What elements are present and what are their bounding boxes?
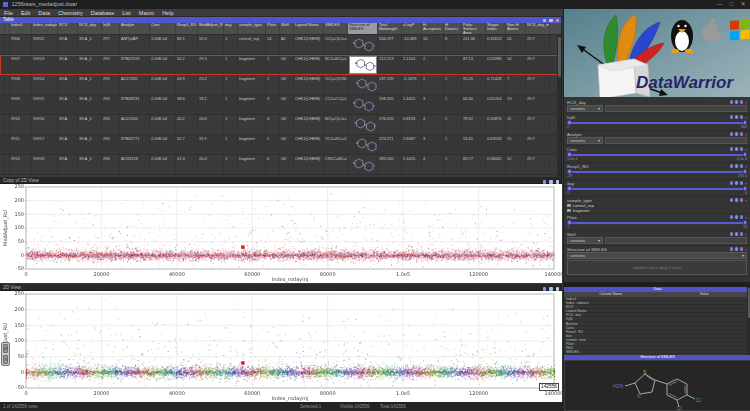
table-row[interactable]: 99075991339.A39.A_12918TB070192.00E-0450… <box>0 55 561 75</box>
column-header-sample-type[interactable]: sample_type <box>238 23 266 34</box>
column-header-resp1-ru[interactable]: Resp1_RU <box>176 23 198 34</box>
menu-edit[interactable]: Edit <box>17 9 34 17</box>
menu-chemistry[interactable]: Chemistry <box>54 9 87 17</box>
filter-close-icon[interactable]: × <box>745 233 747 236</box>
plot2-close-icon[interactable] <box>556 287 560 291</box>
marker-size-slider[interactable]: 4876 <box>1 342 10 366</box>
filter-text-input[interactable] <box>605 137 747 144</box>
filter-settings-icon[interactable] <box>740 132 744 136</box>
column-header-h-donors[interactable]: H-Donors <box>444 23 462 34</box>
filter-invert-icon[interactable] <box>735 147 739 151</box>
menu-list[interactable]: List <box>118 9 135 17</box>
filter-animate-icon[interactable] <box>730 100 734 104</box>
checkbox-icon[interactable]: ✓ <box>567 204 571 208</box>
column-header-rcx-day-medians[interactable]: RCX_day_medians <box>526 23 550 34</box>
table-vertical-scrollbar[interactable] <box>557 35 561 177</box>
slider-handle-max[interactable] <box>743 120 748 125</box>
filter-operator-dropdown[interactable]: contains▾ <box>567 105 603 112</box>
column-header-smiles[interactable]: SMILES <box>324 23 348 34</box>
filter-close-icon[interactable]: × <box>745 133 747 136</box>
filter-slider[interactable] <box>567 120 747 125</box>
filter-settings-icon[interactable] <box>740 147 744 151</box>
column-header-clogp[interactable]: cLogP <box>402 23 422 34</box>
table-row[interactable]: 99095991539.A39.A_12938TB082312.00E-0438… <box>0 95 561 115</box>
filter-animate-icon[interactable] <box>730 147 734 151</box>
view-config-icon[interactable] <box>543 19 547 23</box>
filter-slider[interactable] <box>567 152 747 157</box>
filter-settings-icon[interactable] <box>740 247 744 251</box>
filter-close-icon[interactable]: × <box>745 182 747 185</box>
filter-invert-icon[interactable] <box>735 247 739 251</box>
structure-viewer[interactable]: H2N S N Cl Cl <box>564 360 750 411</box>
plot1-tab[interactable]: Copy of 2D View <box>0 177 561 184</box>
plot2-tab[interactable]: 2D View <box>0 284 561 291</box>
filter-operator-dropdown[interactable]: contains▾ <box>567 137 603 144</box>
filter-settings-icon[interactable] <box>740 181 744 185</box>
filter-checkbox-fragment[interactable]: ✓fragment <box>567 208 747 213</box>
checkbox-icon[interactable]: ✓ <box>567 209 571 213</box>
column-header-plate[interactable]: Plate <box>266 23 280 34</box>
slider-handle-max[interactable] <box>743 152 748 157</box>
plot2-popup-icon[interactable] <box>549 287 553 291</box>
table-row[interactable]: 99115991739.A39.A_12958TB097712.00E-0452… <box>0 135 561 155</box>
column-header-ligand-name[interactable]: Ligand Name <box>294 23 324 34</box>
column-header-rcx[interactable]: RCX <box>58 23 78 34</box>
filter-slider[interactable] <box>567 186 747 191</box>
filter-close-icon[interactable]: × <box>745 248 747 251</box>
column-header-well[interactable]: Well <box>280 23 294 34</box>
filter-close-icon[interactable]: × <box>745 148 747 151</box>
filter-close-icon[interactable]: × <box>745 165 747 168</box>
column-header-polar-surface-area[interactable]: Polar Surface Area <box>462 23 486 34</box>
column-header-medadjust-ru[interactable]: MedAdjust_RU <box>198 23 224 34</box>
column-header-non-h-atoms[interactable]: Non-H Atoms <box>506 23 526 34</box>
menu-help[interactable]: Help <box>158 9 177 17</box>
menu-database[interactable]: Database <box>87 9 119 17</box>
slider-handle-max[interactable] <box>743 169 748 174</box>
filter-settings-icon[interactable] <box>740 115 744 119</box>
filter-operator-dropdown[interactable]: contains▾ <box>567 237 603 244</box>
title-bar[interactable]: 1256raws_medadjust.dwar — □ ✕ <box>0 0 750 9</box>
filter-invert-icon[interactable] <box>735 232 739 236</box>
minimize-button[interactable]: — <box>715 0 725 9</box>
filter-close-icon[interactable]: × <box>745 199 747 202</box>
structure-drop-area[interactable]: <double click or drag & drop> <box>567 260 747 275</box>
filter-invert-icon[interactable] <box>735 198 739 202</box>
filter-settings-icon[interactable] <box>740 232 744 236</box>
column-header-index-rodayinj[interactable]: Index_rodayinj <box>32 23 58 34</box>
filter-invert-icon[interactable] <box>735 164 739 168</box>
view-close-icon[interactable] <box>556 19 560 23</box>
scatter-plot-red[interactable] <box>0 184 562 283</box>
scatter-plot-rainbow[interactable] <box>0 291 562 402</box>
table-row[interactable]: 99085991439.A39.A_1292AC174322.00E-0443.… <box>0 75 561 95</box>
filter-slider[interactable] <box>567 220 747 225</box>
column-header-injn[interactable]: InjN <box>102 23 120 34</box>
filter-invert-icon[interactable] <box>735 100 739 104</box>
filter-invert-icon[interactable] <box>735 132 739 136</box>
filter-close-icon[interactable]: × <box>745 216 747 219</box>
filter-slider[interactable] <box>567 169 747 174</box>
filter-animate-icon[interactable] <box>730 232 734 236</box>
filter-settings-icon[interactable] <box>740 164 744 168</box>
column-header-index1[interactable]: Index1 <box>10 23 32 34</box>
plot2-config-icon[interactable] <box>543 287 547 291</box>
column-header-rcx-day[interactable]: RCX_day <box>78 23 102 34</box>
filter-invert-icon[interactable] <box>735 115 739 119</box>
detail-row[interactable]: SMILES <box>564 350 750 354</box>
filter-animate-icon[interactable] <box>730 132 734 136</box>
table-row[interactable]: 99105991639.A39.A_1294AC210502.00E-0445.… <box>0 115 561 135</box>
filter-settings-icon[interactable] <box>740 215 744 219</box>
column-header-day[interactable]: day <box>224 23 238 34</box>
column-header-total-molweight[interactable]: Total Molweight <box>378 23 402 34</box>
slider-handle-min[interactable] <box>567 169 572 174</box>
filter-settings-icon[interactable] <box>740 198 744 202</box>
table-view-tab[interactable]: Table <box>0 17 561 23</box>
slider-handle-min[interactable] <box>567 120 572 125</box>
slider-handle-min[interactable] <box>567 186 572 191</box>
column-header-h-acceptors[interactable]: H-Acceptors <box>422 23 444 34</box>
plot1-popup-icon[interactable] <box>549 180 553 184</box>
filter-close-icon[interactable]: × <box>745 101 747 104</box>
structure-operator-dropdown[interactable]: contains▾ <box>567 252 747 259</box>
column-header-analyte[interactable]: Analyte <box>120 23 150 34</box>
filter-invert-icon[interactable] <box>735 215 739 219</box>
filter-animate-icon[interactable] <box>730 247 734 251</box>
